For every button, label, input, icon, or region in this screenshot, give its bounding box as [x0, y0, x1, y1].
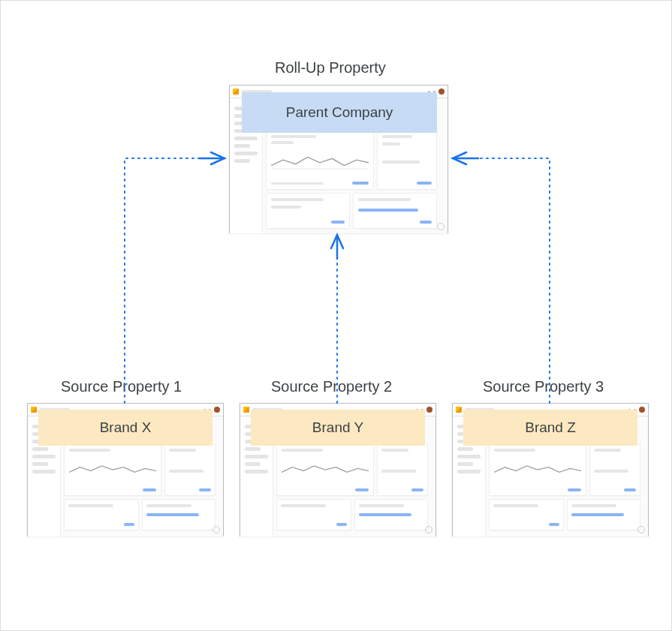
gear-icon [425, 526, 432, 533]
avatar [438, 89, 444, 95]
source-badge-2: Brand Y [251, 410, 425, 446]
analytics-logo-icon [233, 89, 239, 95]
source-caption-3: Source Property 3 [483, 378, 604, 395]
analytics-logo-icon [243, 407, 249, 413]
source-badge-3: Brand Z [463, 410, 637, 446]
diagram-canvas: Roll-Up Property [0, 0, 672, 631]
avatar [214, 407, 220, 413]
source-caption-1: Source Property 1 [61, 378, 182, 395]
avatar [426, 407, 432, 413]
parent-badge: Parent Company [242, 92, 437, 133]
avatar [639, 407, 645, 413]
source-badge-1: Brand X [38, 410, 212, 446]
gear-icon [437, 223, 444, 230]
analytics-logo-icon [31, 407, 37, 413]
gear-icon [212, 526, 220, 533]
gear-icon [637, 526, 645, 533]
source-caption-2: Source Property 2 [271, 378, 392, 395]
analytics-logo-icon [456, 407, 462, 413]
parent-caption: Roll-Up Property [275, 59, 386, 77]
